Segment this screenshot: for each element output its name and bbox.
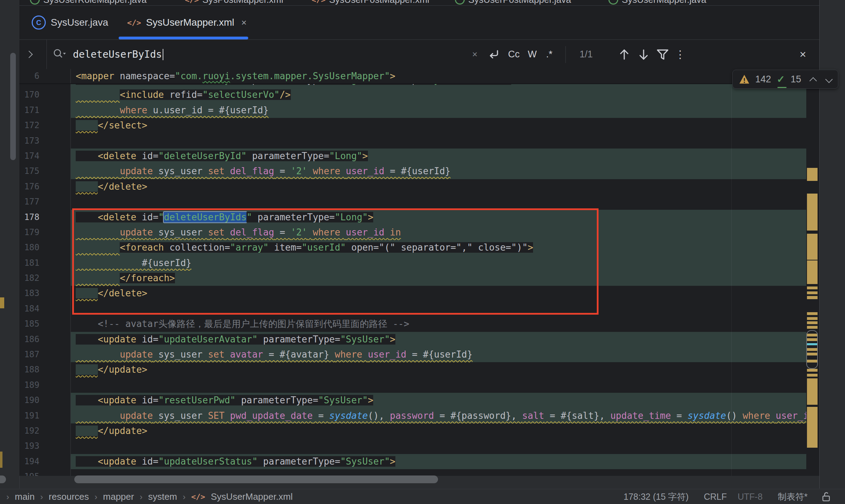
code-token bbox=[164, 89, 169, 100]
code-token bbox=[76, 349, 120, 360]
line-number[interactable]: 195 bbox=[19, 469, 70, 476]
code-text: where u.user_id = #{userId} bbox=[70, 103, 806, 118]
line-separator[interactable]: CRLF bbox=[704, 489, 727, 504]
line-number[interactable]: 184 bbox=[19, 301, 70, 316]
warning-stripe bbox=[807, 326, 818, 329]
recent-file-item[interactable]: SysUserPostMapper.java bbox=[455, 0, 571, 5]
filter-icon[interactable] bbox=[655, 40, 670, 69]
line-number[interactable]: 178 bbox=[19, 210, 70, 225]
line-number[interactable]: 187 bbox=[19, 347, 70, 362]
lock-icon[interactable] bbox=[821, 489, 832, 504]
code-token bbox=[76, 166, 120, 176]
line-number[interactable]: 179 bbox=[19, 225, 70, 240]
next-occurrence-icon[interactable] bbox=[636, 40, 651, 69]
line-number[interactable]: 186 bbox=[19, 332, 70, 347]
code-line[interactable]: 192 </update> bbox=[19, 423, 806, 439]
divider bbox=[46, 40, 47, 69]
line-number[interactable]: 189 bbox=[19, 378, 70, 393]
line-number[interactable]: 171 bbox=[19, 103, 70, 118]
line-number[interactable]: 181 bbox=[19, 256, 70, 271]
line-number[interactable]: 173 bbox=[19, 133, 70, 149]
code-line[interactable]: 170 <include refid="selectUserVo"/> bbox=[19, 87, 806, 102]
expand-search-button[interactable] bbox=[26, 40, 32, 69]
line-number[interactable]: 174 bbox=[19, 149, 70, 164]
code-line[interactable]: 177 bbox=[19, 194, 806, 209]
close-search-icon[interactable]: × bbox=[800, 40, 806, 69]
line-number[interactable]: 194 bbox=[19, 454, 70, 469]
breadcrumb-item[interactable]: main bbox=[15, 491, 35, 502]
match-case-button[interactable]: Cc bbox=[508, 40, 520, 69]
line-number[interactable]: 172 bbox=[19, 118, 70, 133]
line-number[interactable]: 193 bbox=[19, 439, 70, 454]
new-line-icon[interactable] bbox=[486, 40, 501, 69]
breadcrumb-item[interactable]: mapper bbox=[103, 491, 134, 502]
line-number[interactable]: 191 bbox=[19, 408, 70, 423]
code-line[interactable]: 172 </select> bbox=[19, 118, 806, 133]
vertical-scrollbar-thumb[interactable] bbox=[806, 330, 818, 369]
line-number[interactable]: 188 bbox=[19, 362, 70, 377]
code-token: id bbox=[142, 334, 153, 345]
search-input[interactable]: deleteUserByIds bbox=[73, 40, 163, 69]
line-number[interactable]: 170 bbox=[19, 87, 70, 102]
breadcrumb-item[interactable]: system bbox=[148, 491, 177, 502]
code-line[interactable]: 171 where u.user_id = #{userId} bbox=[19, 103, 806, 118]
code-token: sys_user bbox=[153, 349, 208, 360]
line-number[interactable]: 176 bbox=[19, 179, 70, 194]
line-number[interactable]: 192 bbox=[19, 423, 70, 439]
caret-position[interactable]: 178:32 (15 字符) bbox=[624, 489, 689, 504]
recent-file-item[interactable]: SysUserRoleMapper.java bbox=[30, 0, 146, 5]
text-caret bbox=[163, 49, 164, 60]
code-line[interactable]: 187 update sys_user set avatar = #{avata… bbox=[19, 347, 806, 362]
regex-button[interactable]: .* bbox=[546, 40, 552, 69]
clear-search-icon[interactable]: × bbox=[472, 40, 477, 69]
recent-file-item[interactable]: </>SysPostMapper.xml bbox=[185, 0, 283, 5]
code-line[interactable]: 193 bbox=[19, 439, 806, 454]
line-number[interactable]: 183 bbox=[19, 286, 70, 301]
horizontal-scrollbar-thumb[interactable] bbox=[74, 475, 438, 483]
next-warning-icon[interactable] bbox=[825, 75, 832, 83]
line-number[interactable]: 190 bbox=[19, 393, 70, 408]
tab-sysuser-java[interactable]: C SysUser.java bbox=[32, 6, 108, 39]
code-line[interactable]: 191 update sys_user SET pwd_update_date … bbox=[19, 408, 806, 423]
breadcrumb-file[interactable]: SysUserMapper.xml bbox=[211, 491, 293, 502]
code-token: password bbox=[390, 410, 434, 421]
breadcrumb-item[interactable]: resources bbox=[49, 491, 89, 502]
close-tab-icon[interactable]: × bbox=[241, 17, 246, 28]
inspections-widget[interactable]: 142 ✓ 15 bbox=[732, 70, 838, 89]
line-number[interactable]: 6 bbox=[19, 69, 70, 83]
recent-file-item[interactable]: </>SysUserPostMapper.xml bbox=[312, 0, 429, 5]
words-button[interactable]: W bbox=[528, 40, 537, 69]
file-encoding[interactable]: UTF-8 bbox=[738, 489, 763, 504]
previous-warning-icon[interactable] bbox=[809, 77, 816, 84]
line-number[interactable]: 175 bbox=[19, 164, 70, 179]
line-number[interactable]: 177 bbox=[19, 194, 70, 209]
code-text bbox=[70, 469, 806, 476]
previous-occurrence-icon[interactable] bbox=[616, 40, 632, 69]
search-history-icon[interactable] bbox=[52, 40, 66, 69]
code-line[interactable]: 186 <update id="updateUserAvatar" parame… bbox=[19, 332, 806, 347]
code-line[interactable]: 173 bbox=[19, 133, 806, 149]
code-line[interactable]: 176 </delete> bbox=[19, 179, 806, 194]
sticky-header-line[interactable]: 6 <mapper namespace="com.ruoyi.system.ma… bbox=[19, 69, 819, 84]
code-line[interactable]: 195 bbox=[19, 469, 806, 476]
code-line[interactable]: 194 <update id="updateUserStatus" parame… bbox=[19, 454, 806, 469]
search-icon bbox=[52, 48, 66, 62]
recent-file-item[interactable]: SysUserMapper.java bbox=[608, 0, 706, 5]
code-line[interactable]: 188 </update> bbox=[19, 362, 806, 377]
code-line[interactable]: 185 <!-- avatar头像路径，最后是用户上传的图片保留到代码里面的路径… bbox=[19, 316, 806, 332]
more-options-icon[interactable]: ⋮ bbox=[675, 40, 686, 69]
line-number[interactable]: 182 bbox=[19, 271, 70, 286]
breadcrumb-separator-icon: › bbox=[40, 492, 43, 502]
left-scrollbar-thumb[interactable] bbox=[10, 53, 16, 160]
code-line[interactable]: 175 update sys_user set del_flag = '2' w… bbox=[19, 164, 806, 179]
code-line[interactable]: 190 <update id="resetUserPwd" parameterT… bbox=[19, 393, 806, 408]
code-line[interactable]: 174 <delete id="deleteUserById" paramete… bbox=[19, 149, 806, 164]
code-text: <update id="updateUserStatus" parameterT… bbox=[70, 454, 806, 469]
code-line[interactable]: 189 bbox=[19, 378, 806, 393]
line-number[interactable]: 185 bbox=[19, 316, 70, 332]
indent-style[interactable]: 制表符* bbox=[778, 489, 808, 504]
editor-tab-bar: C SysUser.java </> SysUserMapper.xml × bbox=[19, 6, 819, 40]
tab-sysusermapper-xml[interactable]: </> SysUserMapper.xml × bbox=[127, 6, 246, 39]
line-number[interactable]: 180 bbox=[19, 240, 70, 255]
code-token bbox=[76, 120, 98, 131]
